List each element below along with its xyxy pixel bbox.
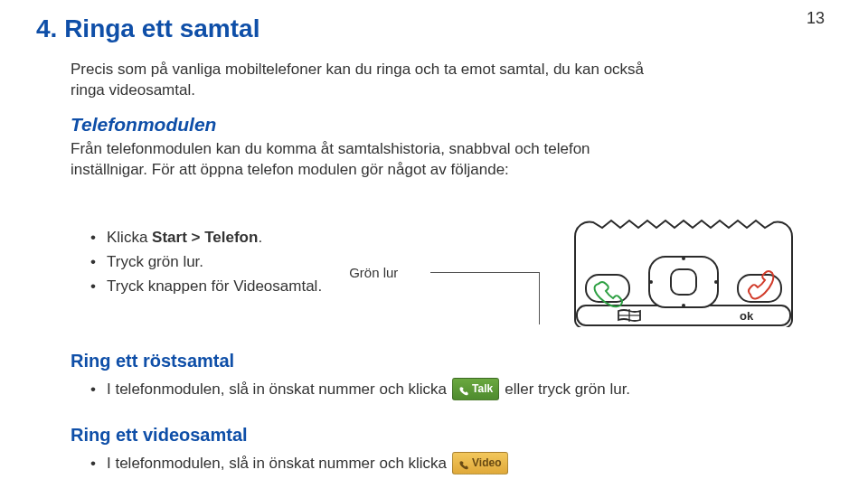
rostsamtal-bullet-prefix: I telefonmodulen, slå in önskat nummer o… (107, 377, 447, 401)
video-handset-icon (458, 458, 468, 468)
video-button-image: Video (452, 452, 507, 475)
rostsamtal-bullet: I telefonmodulen, slå in önskat nummer o… (90, 377, 832, 401)
bullet-list-1: Klicka Start > Telefon. Tryck grön lur. … (90, 225, 322, 299)
subheading-telefonmodulen: Telefonmodulen (71, 114, 832, 136)
leader-line (430, 272, 539, 273)
section-title: 4. Ringa ett samtal (36, 14, 832, 43)
bullet1-suffix: . (258, 229, 262, 246)
svg-point-6 (682, 304, 685, 307)
handset-icon (458, 384, 468, 394)
gron-lur-label: Grön lur (349, 265, 398, 280)
rostsamtal-bullet-suffix: eller tryck grön lur. (505, 377, 630, 401)
talk-button-image: Talk (452, 378, 499, 400)
phone-keypad-illustration: ok (566, 210, 801, 327)
video-button-label: Video (472, 455, 501, 472)
intro-paragraph: Precis som på vanliga mobiltelefoner kan… (71, 60, 649, 101)
bullet-list-videosamtal: I telefonmodulen, slå in önskat nummer o… (90, 451, 832, 475)
subheading-videosamtal: Ring ett videosamtal (71, 425, 832, 446)
bullet-item-1: Klicka Start > Telefon. (90, 225, 322, 249)
videosamtal-bullet: I telefonmodulen, slå in önskat nummer o… (90, 451, 832, 475)
svg-point-7 (649, 280, 653, 284)
ok-label: ok (740, 309, 754, 323)
telefonmodulen-body: Från telefonmodulen kan du komma åt samt… (71, 139, 649, 181)
subheading-rostsamtal: Ring ett röstsamtal (71, 351, 832, 371)
videosamtal-bullet-prefix: I telefonmodulen, slå in önskat nummer o… (107, 451, 447, 475)
bullet-list-rostsamtal: I telefonmodulen, slå in önskat nummer o… (90, 377, 832, 401)
section-heading: Ringa ett samtal (64, 14, 259, 42)
bullet1-prefix: Klicka (107, 229, 152, 246)
svg-point-5 (682, 257, 685, 260)
document-page: 13 4. Ringa ett samtal Precis som på van… (0, 0, 868, 493)
svg-rect-0 (577, 305, 790, 325)
bullets-and-illustration-row: Klicka Start > Telefon. Tryck grön lur. … (36, 192, 832, 327)
bullet-item-3: Tryck knappen för Videosamtal. (90, 274, 322, 298)
bullet-item-2: Tryck grön lur. (90, 249, 322, 274)
page-number: 13 (807, 9, 825, 28)
svg-point-8 (714, 280, 718, 284)
svg-rect-4 (671, 269, 696, 295)
talk-button-label: Talk (472, 381, 493, 398)
section-number: 4. (36, 14, 57, 42)
bullet1-bold: Start > Telefon (152, 229, 258, 246)
